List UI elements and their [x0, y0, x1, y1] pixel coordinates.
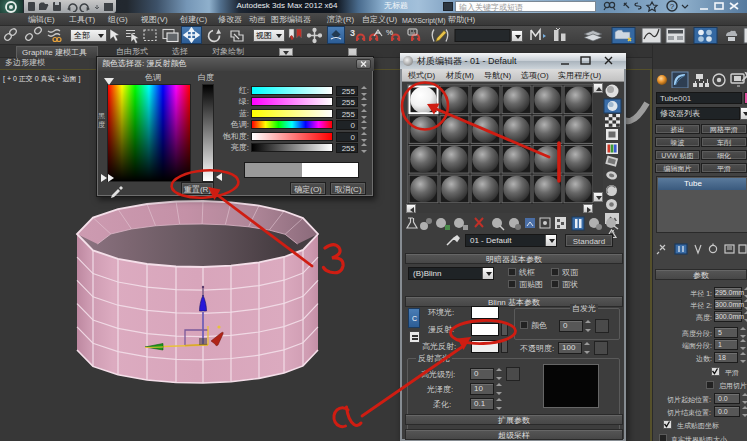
svg-text:?: ? [670, 2, 675, 11]
svg-text:%: % [386, 28, 393, 37]
svg-text:3: 3 [350, 28, 355, 38]
